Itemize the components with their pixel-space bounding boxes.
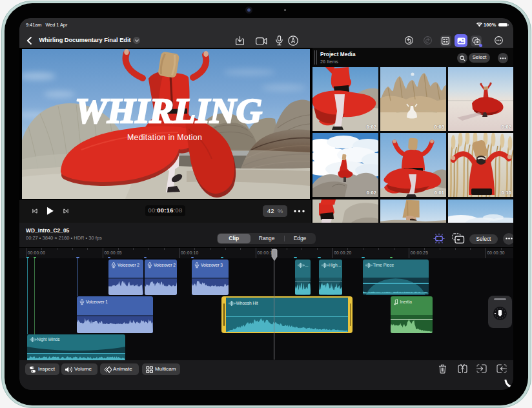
svg-text:Meditation in Motion: Meditation in Motion xyxy=(127,133,201,142)
svg-text:WHIRLING: WHIRLING xyxy=(75,91,262,130)
